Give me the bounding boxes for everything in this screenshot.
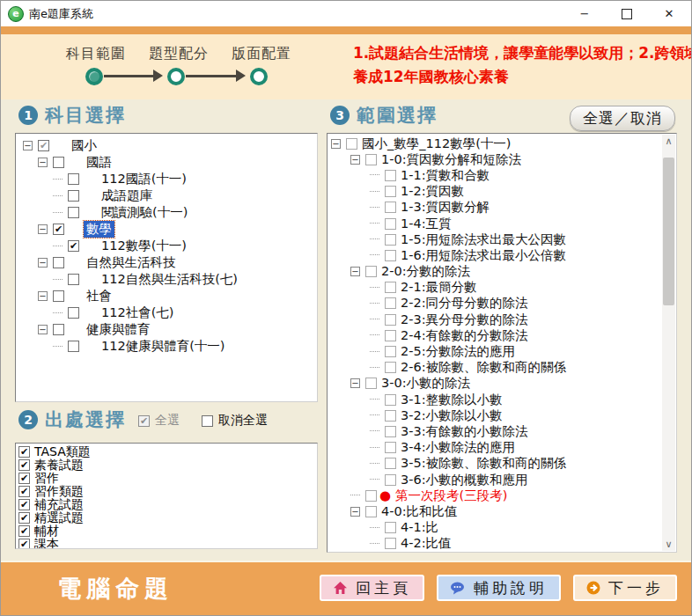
- checkbox-unchecked[interactable]: [385, 314, 396, 326]
- checkbox-unchecked[interactable]: [385, 442, 396, 453]
- expander-minus-icon[interactable]: −: [350, 378, 360, 388]
- tree-node-label[interactable]: 閱讀測驗(十一): [99, 204, 190, 221]
- tree-node[interactable]: 3-6:小數的概數和應用: [328, 472, 662, 488]
- deselect-all-checkbox[interactable]: [202, 415, 213, 427]
- expander-minus-icon[interactable]: −: [38, 258, 48, 268]
- tree-node-label[interactable]: 112自然與生活科技(七): [99, 271, 240, 288]
- tree-node-label[interactable]: 1-6:用短除法求出最小公倍數: [398, 247, 569, 264]
- tree-node[interactable]: 4-1:比: [328, 520, 662, 536]
- checkbox-unchecked[interactable]: [385, 394, 396, 406]
- tree-node[interactable]: 1-2:質因數: [328, 184, 662, 200]
- tree-node[interactable]: −3-0:小數的除法: [328, 376, 662, 392]
- tree-node-label-selected[interactable]: 數學: [84, 221, 114, 238]
- select-all-checkbox[interactable]: ✔: [138, 415, 150, 427]
- tree-node-label[interactable]: 112國語(十一): [99, 171, 189, 187]
- checkbox-unchecked[interactable]: [385, 202, 396, 213]
- checkbox-unchecked[interactable]: [365, 506, 377, 517]
- checkbox-checked[interactable]: ✔: [18, 499, 30, 510]
- scrollbar[interactable]: ∧ ∨: [662, 135, 675, 551]
- tree-node-label[interactable]: 3-3:有餘數的小數除法: [398, 423, 531, 440]
- checkbox-unchecked[interactable]: [385, 522, 396, 533]
- checkbox-unchecked[interactable]: [365, 490, 377, 502]
- tree-node-label[interactable]: 社會: [84, 288, 114, 304]
- checkbox-checked[interactable]: ✔: [18, 486, 30, 497]
- tree-node[interactable]: 3-5:被除數、除數和商的關係: [328, 456, 662, 472]
- checkbox-checked[interactable]: ✔: [18, 446, 30, 458]
- expander-minus-icon[interactable]: −: [38, 158, 48, 167]
- tree-node-label[interactable]: 1-3:質因數分解: [398, 199, 492, 216]
- tree-node[interactable]: −1-0:質因數分解和短除法: [328, 151, 662, 167]
- checkbox-unchecked[interactable]: [385, 362, 396, 373]
- select-all-option[interactable]: ✔ 全選: [138, 413, 180, 429]
- tree-node-label[interactable]: 1-2:質因數: [398, 183, 467, 200]
- tree-node-label[interactable]: 國語: [84, 154, 114, 171]
- expander-minus-icon[interactable]: −: [350, 267, 360, 276]
- tree-node-label[interactable]: 4-0:比和比值: [379, 503, 460, 520]
- checkbox-checked[interactable]: ✔: [18, 473, 30, 484]
- checkbox-unchecked[interactable]: [53, 257, 64, 268]
- tree-node-label[interactable]: 2-3:異分母分數的除法: [398, 312, 531, 328]
- scrollbar-up-icon[interactable]: ∧: [662, 135, 675, 148]
- checkbox-unchecked[interactable]: [385, 250, 396, 261]
- select-toggle-button[interactable]: 全選／取消: [570, 106, 675, 131]
- tree-node[interactable]: 112國語(十一): [16, 171, 317, 187]
- tree-node-label[interactable]: 國小: [69, 137, 99, 154]
- tree-node-label[interactable]: 3-1:整數除以小數: [398, 392, 505, 408]
- checkbox-checked[interactable]: ✔: [68, 240, 79, 252]
- expander-minus-icon[interactable]: −: [38, 224, 48, 234]
- tree-node[interactable]: −自然與生活科技: [16, 254, 317, 271]
- checkbox-checked[interactable]: ✔: [18, 512, 30, 524]
- checkbox-unchecked[interactable]: [385, 346, 396, 357]
- checkbox-unchecked[interactable]: [68, 307, 79, 319]
- tree-node-label[interactable]: 1-4:互質: [398, 216, 454, 232]
- tree-node[interactable]: −✔國小: [16, 137, 317, 154]
- tree-node[interactable]: 2-6:被除數、除數和商的關係: [328, 360, 662, 376]
- tree-node-label[interactable]: 3-0:小數的除法: [379, 375, 473, 392]
- tree-node-label[interactable]: 3-2:小數除以小數: [398, 407, 505, 424]
- tree-node-label[interactable]: 健康與體育: [84, 321, 153, 338]
- tree-node-label[interactable]: 自然與生活科技: [84, 254, 179, 271]
- checkbox-unchecked[interactable]: [68, 341, 79, 352]
- tree-node[interactable]: 1-4:互質: [328, 216, 662, 231]
- checkbox-unchecked[interactable]: [53, 324, 64, 335]
- tree-node[interactable]: 2-2:同分母分數的除法: [328, 296, 662, 312]
- tree-node[interactable]: 112自然與生活科技(七): [16, 271, 317, 288]
- maximize-button[interactable]: [621, 8, 633, 20]
- step-circle-active[interactable]: [85, 68, 103, 85]
- tree-node[interactable]: ✔112數學(十一): [16, 238, 317, 254]
- tree-node-label[interactable]: 1-1:質數和合數: [398, 167, 492, 184]
- expander-minus-icon[interactable]: −: [23, 141, 33, 150]
- tree-node[interactable]: 112健康與體育(十一): [16, 338, 317, 355]
- tree-node-label[interactable]: 112社會(七): [99, 304, 177, 321]
- checkbox-checked[interactable]: ✔: [18, 525, 30, 537]
- checkbox-unchecked[interactable]: [346, 138, 357, 150]
- tree-node[interactable]: 2-1:最簡分數: [328, 280, 662, 296]
- deselect-all-option[interactable]: 取消全選: [202, 413, 268, 429]
- tree-node[interactable]: −社會: [16, 288, 317, 304]
- checkbox-unchecked[interactable]: [385, 297, 396, 309]
- expander-minus-icon[interactable]: −: [350, 155, 360, 165]
- tree-node-label[interactable]: 2-2:同分母分數的除法: [398, 295, 531, 312]
- tree-node[interactable]: 3-4:小數除法的應用: [328, 440, 662, 456]
- checkbox-unchecked[interactable]: [385, 234, 396, 246]
- tree-node-label[interactable]: 4-2:比值: [398, 535, 454, 552]
- checkbox-checked[interactable]: ✔: [53, 224, 64, 235]
- tree-node[interactable]: 1-5:用短除法求出最大公因數: [328, 231, 662, 247]
- scrollbar-down-icon[interactable]: ∨: [662, 538, 675, 551]
- tree-node[interactable]: 2-5:分數除法的應用: [328, 343, 662, 359]
- tree-node[interactable]: 1-6:用短除法求出最小公倍數: [328, 247, 662, 263]
- checkbox-unchecked[interactable]: [68, 190, 79, 202]
- tree-node[interactable]: ●第一次段考(三段考): [328, 488, 662, 503]
- tree-node-label[interactable]: 4-1:比: [398, 519, 441, 536]
- checkbox-unchecked[interactable]: [365, 154, 377, 165]
- tree-node[interactable]: −國語: [16, 154, 317, 171]
- tree-node-label[interactable]: 國小_數學_112數學(十一): [359, 136, 514, 152]
- tree-node[interactable]: 成語題庫: [16, 187, 317, 204]
- expander-minus-icon[interactable]: −: [38, 291, 48, 301]
- checkbox-unchecked[interactable]: [385, 186, 396, 197]
- tree-node[interactable]: −健康與體育: [16, 321, 317, 338]
- tree-node[interactable]: 3-3:有餘數的小數除法: [328, 423, 662, 439]
- close-button[interactable]: ✕: [663, 8, 675, 20]
- checkbox-unchecked[interactable]: [53, 290, 64, 302]
- source-list-item[interactable]: ✔課本: [16, 538, 317, 549]
